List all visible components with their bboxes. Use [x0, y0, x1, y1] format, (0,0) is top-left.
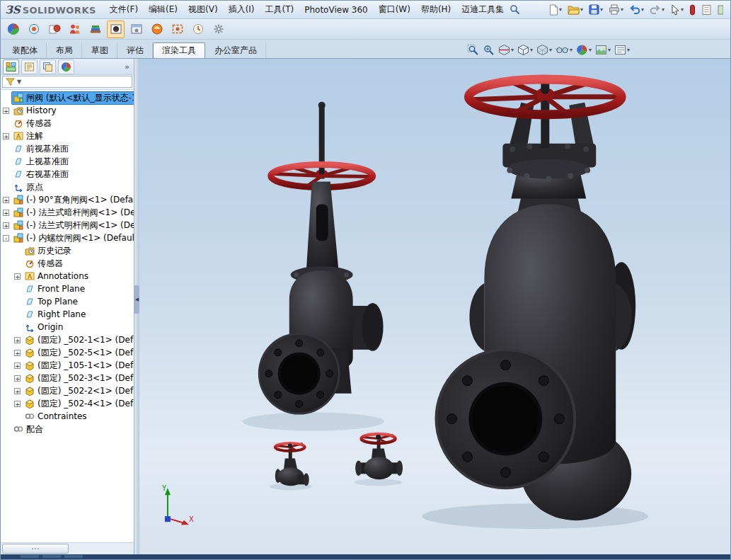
redo-icon[interactable]	[650, 4, 661, 15]
tree-item[interactable]: +History	[1, 104, 134, 117]
tab-evaluate[interactable]: 评估	[117, 42, 153, 58]
tree-item[interactable]: +(固定) _502-1<1> (Defa	[1, 333, 134, 346]
view-orientation-button[interactable]: ▾	[517, 44, 533, 56]
display-style-icon[interactable]	[536, 44, 548, 56]
search-icon[interactable]	[510, 4, 520, 15]
print-button[interactable]: ▾	[607, 4, 625, 16]
tab-sketch[interactable]: 草图	[82, 42, 117, 58]
dropdown-caret-icon[interactable]: ▾	[627, 47, 630, 53]
dropdown-caret-icon[interactable]: ▾	[621, 7, 623, 13]
select-cursor-icon[interactable]	[670, 4, 680, 16]
final-render-button[interactable]	[148, 21, 166, 38]
tree-item[interactable]: +(-) 90°直角闸阀<1> (Defau	[1, 193, 134, 206]
undo-icon[interactable]	[629, 4, 640, 15]
open-document-icon[interactable]	[568, 4, 580, 15]
menu-tools[interactable]: 工具(T)	[260, 1, 299, 18]
zoom-fit-icon[interactable]	[467, 44, 479, 56]
save-button[interactable]: ▾	[587, 4, 604, 16]
mydi-people-button[interactable]	[66, 21, 84, 38]
filter-caret-icon[interactable]: ▼	[17, 79, 21, 85]
dropdown-caret-icon[interactable]: ▾	[511, 47, 514, 53]
tree-item[interactable]: 传感器	[1, 257, 134, 270]
tree-item[interactable]: Origin	[1, 321, 134, 333]
design-binder-icon[interactable]	[701, 4, 712, 16]
apply-scene-button[interactable]: ▾	[595, 44, 611, 56]
featuremanager-tab[interactable]	[3, 59, 19, 74]
panel-splitter[interactable]: ◀	[134, 59, 139, 554]
new-document-button[interactable]: ▾	[547, 4, 563, 16]
expand-icon[interactable]: +	[14, 401, 21, 407]
expand-icon[interactable]: +	[14, 375, 21, 382]
menu-file[interactable]: 文件(F)	[105, 1, 143, 18]
displaymanager-tab[interactable]	[58, 59, 74, 74]
propertymanager-tab[interactable]	[21, 59, 38, 74]
dropdown-caret-icon[interactable]: ▾	[530, 47, 533, 53]
scrollbar-thumb[interactable]	[2, 544, 69, 554]
mydi-tools-button[interactable]	[688, 4, 697, 16]
tree-item[interactable]: +(-) 法兰式明杆闸阀<1> (De	[1, 219, 134, 232]
filter-funnel-icon[interactable]	[6, 78, 15, 86]
tree-item[interactable]: 右视基准面	[1, 168, 134, 181]
view-orientation-icon[interactable]	[517, 44, 529, 56]
dropdown-caret-icon[interactable]: ▾	[608, 47, 611, 53]
menu-window[interactable]: 窗口(W)	[374, 1, 415, 18]
tree-item[interactable]: 配合	[1, 423, 134, 435]
expand-icon[interactable]: +	[3, 108, 9, 114]
undo-button[interactable]: ▾	[628, 4, 645, 16]
new-document-icon[interactable]	[548, 4, 558, 16]
tree-item[interactable]: -(-) 内螺纹闸阀<1> (Default	[1, 232, 134, 244]
tree-item[interactable]: 闸阀 (默认<默认_显示状态-1>	[1, 91, 134, 104]
dropdown-caret-icon[interactable]: ▾	[641, 7, 644, 13]
expand-icon[interactable]: +	[14, 362, 21, 369]
save-icon[interactable]	[589, 4, 599, 15]
partial-button[interactable]	[716, 4, 725, 16]
menu-photoview-360[interactable]: PhotoView 360	[299, 3, 372, 17]
filter-dropdown[interactable]: ▼	[2, 76, 132, 88]
menu-help[interactable]: 帮助(H)	[416, 1, 456, 18]
panel-collapse-handle[interactable]: ◀	[134, 285, 139, 314]
tree-item[interactable]: +A注解	[1, 130, 134, 142]
design-binder-button[interactable]	[700, 4, 713, 16]
view-settings-button[interactable]: ▾	[614, 44, 630, 56]
tree-item[interactable]: 传感器	[1, 117, 134, 130]
redo-button[interactable]: ▾	[648, 4, 666, 16]
menu-edit[interactable]: 编辑(E)	[144, 1, 183, 18]
dropdown-caret-icon[interactable]: ▾	[570, 47, 572, 53]
dropdown-caret-icon[interactable]: ▾	[580, 7, 583, 13]
panel-flyout-chevron[interactable]: »	[125, 62, 132, 72]
menu-mydi-toolkit[interactable]: 迈迪工具集	[456, 1, 509, 18]
graphics-viewport[interactable]: Y X	[139, 59, 730, 554]
select-cursor-button[interactable]: ▾	[669, 4, 685, 16]
tree-item[interactable]: Right Plane	[1, 308, 134, 321]
mydi-tools-icon[interactable]	[689, 4, 696, 16]
tree-item[interactable]: Front Plane	[1, 282, 134, 295]
tree-item[interactable]: +(固定) _502-2<1> (Defa	[1, 384, 134, 397]
expand-icon[interactable]: +	[3, 222, 9, 229]
screen-sphere-button[interactable]	[4, 21, 22, 38]
configurationmanager-tab[interactable]	[40, 59, 56, 74]
partial-icon[interactable]	[718, 4, 723, 16]
expand-icon[interactable]: +	[3, 133, 9, 139]
expand-icon[interactable]: +	[14, 388, 21, 394]
edit-appearance-icon[interactable]	[576, 44, 588, 56]
display-style-button[interactable]: ▾	[536, 44, 552, 56]
section-view-icon[interactable]	[498, 44, 510, 56]
tab-layout[interactable]: 布局	[47, 42, 82, 58]
preview-window-button[interactable]	[127, 21, 145, 38]
appearance-target-button[interactable]	[25, 21, 42, 38]
tree-item[interactable]: 原点	[1, 181, 134, 193]
integrated-preview-button[interactable]	[107, 21, 125, 38]
open-document-button[interactable]: ▾	[566, 4, 585, 16]
dropdown-caret-icon[interactable]: ▾	[559, 7, 562, 13]
tree-item[interactable]: +(固定) _502-4<1> (Defa	[1, 397, 134, 410]
zoom-area-button[interactable]	[483, 44, 495, 56]
expand-icon[interactable]: +	[3, 197, 9, 203]
zoom-area-icon[interactable]	[483, 44, 495, 56]
tree-item[interactable]: Contraintes	[1, 410, 134, 423]
zoom-fit-button[interactable]	[467, 44, 479, 56]
view-settings-icon[interactable]	[614, 44, 626, 56]
apply-scene-icon[interactable]	[595, 44, 607, 56]
tree-item[interactable]: +(固定) _105-1<1> (Defa	[1, 359, 134, 372]
tree-item[interactable]: +(固定) _502-5<1> (Defa	[1, 346, 134, 359]
section-view-button[interactable]: ▾	[498, 44, 514, 56]
